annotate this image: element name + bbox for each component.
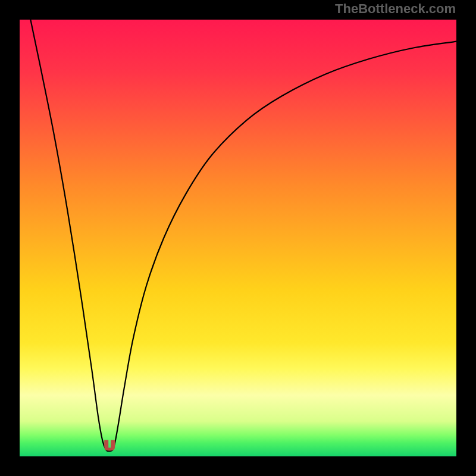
watermark-text: TheBottleneck.com xyxy=(335,1,456,17)
optimal-marker xyxy=(104,440,115,450)
bottleneck-curve xyxy=(20,20,456,456)
plot-area xyxy=(20,20,456,456)
